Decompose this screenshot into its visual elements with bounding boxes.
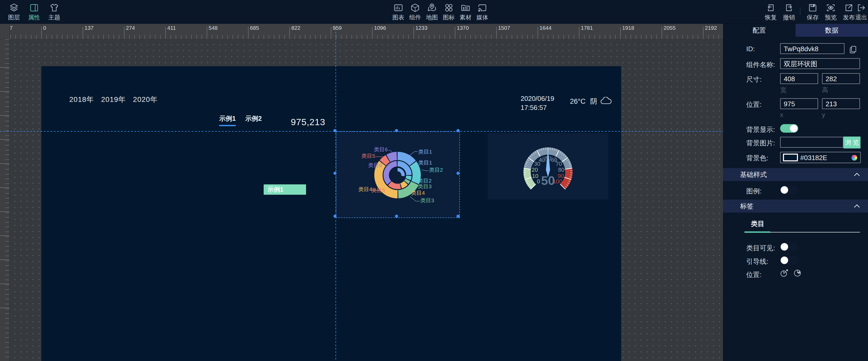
toolbar-material-label: 素材 (456, 13, 475, 22)
toolbar-material-button[interactable]: 素材 (456, 2, 475, 22)
ruler-label: 0 (43, 25, 46, 31)
horizontal-ruler[interactable]: -137013727441154868582295910961233137015… (0, 24, 723, 39)
svg-text:10: 10 (532, 173, 538, 179)
selection-handle[interactable] (457, 215, 460, 218)
theme-icon (45, 2, 64, 13)
guide-line-toggle[interactable] (780, 256, 798, 265)
ruler-major-tick (41, 27, 42, 39)
year-option[interactable]: 2018年 (69, 95, 94, 103)
selection-handle[interactable] (457, 172, 460, 175)
selection-box[interactable] (336, 131, 460, 218)
year-option[interactable]: 2020年 (133, 95, 158, 103)
big-number-widget[interactable]: 975,213 (291, 117, 326, 127)
ruler-major-tick (165, 27, 166, 39)
ruler-label: 837 (0, 279, 1, 288)
toolbar-exit-button[interactable]: 退出 (852, 2, 868, 22)
toolbar-properties-button[interactable]: 属性 (25, 2, 43, 22)
properties-panel: 配置 数据 ID: TwPq8dvk8 组件名称: 双层环状图 尺寸: 408 … (723, 24, 868, 361)
ruler-major-tick (0, 67, 9, 67)
svg-text:80: 80 (558, 167, 564, 173)
label-outside-icon[interactable] (780, 269, 788, 277)
svg-text:50: 50 (541, 174, 555, 187)
color-hex-value: #03182E (800, 154, 827, 162)
selection-handle[interactable] (457, 129, 460, 132)
tab-data[interactable]: 数据 (796, 24, 868, 37)
ruler-major-tick (0, 308, 9, 308)
svg-text:20: 20 (531, 167, 538, 173)
width-field[interactable]: 408 (780, 73, 818, 84)
top-toolbar: 图层 属性 主题 图表 组件 (0, 0, 868, 24)
year-option[interactable]: 2019年 (101, 95, 126, 103)
category-visible-label: 类目可见: (746, 244, 775, 253)
toolbar-save-button[interactable]: 保存 (803, 2, 822, 22)
bg-image-label: 背景图片: (746, 139, 775, 148)
label-inside-icon[interactable] (794, 269, 802, 277)
bg-show-toggle[interactable] (780, 124, 798, 133)
vertical-ruler[interactable]: 093186279372465558651744837930 (0, 39, 9, 361)
ruler-major-tick (124, 27, 124, 39)
demo-tab-2[interactable]: 示例2 (245, 114, 262, 125)
ruler-label: 2055 (663, 25, 676, 31)
ruler-label: 930 (0, 303, 1, 312)
ruler-label: 186 (0, 111, 1, 120)
selection-handle[interactable] (334, 215, 337, 218)
label-position-options (780, 269, 806, 278)
toolbar-component-button[interactable]: 组件 (406, 2, 425, 22)
map-pin-icon (423, 2, 441, 13)
browse-button[interactable]: 浏 览 (843, 137, 861, 148)
gauge-panel[interactable]: 0102030405060708090100类目150 (488, 133, 608, 200)
tab-config[interactable]: 配置 (723, 24, 796, 37)
id-field[interactable]: TwPq8dvk8 (780, 43, 844, 54)
sample-button-widget[interactable]: 示例1 (264, 184, 306, 195)
selection-handle[interactable] (334, 129, 337, 132)
selection-handle[interactable] (395, 215, 398, 218)
year-selector-widget[interactable]: 2018年2019年2020年 (69, 95, 165, 104)
weather-widget[interactable]: 26°C阴 (570, 97, 612, 106)
copy-icon[interactable] (849, 46, 857, 55)
gauge-chart: 0102030405060708090100类目150 (488, 133, 608, 200)
id-label: ID: (746, 45, 755, 53)
toolbar-chart-button[interactable]: 图表 (389, 2, 408, 22)
selection-handle[interactable] (334, 172, 337, 175)
ruler-major-tick (83, 27, 83, 39)
toolbar-layers-button[interactable]: 图层 (5, 2, 23, 22)
toolbar-preview-button[interactable]: 预览 (822, 2, 840, 22)
toolbar-map-button[interactable]: 地图 (423, 2, 441, 22)
ruler-major-tick (0, 260, 9, 260)
datetime-widget[interactable]: 2020/06/19 17:56:57 (521, 94, 554, 112)
category-tab[interactable]: 类目 (751, 219, 764, 228)
toolbar-icons-button[interactable]: 图标 (439, 2, 458, 22)
selection-handle[interactable] (395, 129, 398, 132)
ruler-label: 1370 (457, 25, 469, 31)
section-base-style[interactable]: 基础样式 (723, 168, 868, 181)
ruler-major-tick (0, 187, 9, 188)
toolbar-media-button[interactable]: 媒体 (473, 2, 492, 22)
ruler-label: 822 (291, 25, 300, 31)
bg-color-picker[interactable]: #03182E (780, 152, 861, 163)
label-position-label: 位置: (746, 270, 762, 279)
pos-x-field[interactable]: 975 (780, 98, 818, 109)
legend-toggle[interactable] (780, 186, 798, 194)
toolbar-theme-label: 主题 (45, 13, 64, 22)
toolbar-undo-label: 撤销 (780, 13, 798, 22)
demo-tab-1[interactable]: 示例1 (219, 114, 236, 126)
section-tags[interactable]: 标签 (723, 200, 868, 213)
component-name-field[interactable]: 双层环状图 (780, 58, 860, 69)
bg-image-field[interactable] (780, 137, 843, 148)
color-swatch (783, 154, 798, 161)
pos-y-caption: y (822, 111, 825, 118)
toolbar-restore-label: 恢复 (762, 13, 780, 22)
toolbar-theme-button[interactable]: 主题 (45, 2, 64, 22)
toolbar-undo-button[interactable]: 撤销 (780, 2, 798, 22)
ruler-label: 372 (0, 159, 1, 168)
color-wheel-icon[interactable] (851, 155, 857, 160)
width-caption: 宽 (780, 86, 786, 94)
category-visible-toggle[interactable] (780, 243, 798, 251)
demo-tab-widget: 示例1 示例2 (219, 114, 270, 126)
toolbar-restore-button[interactable]: 恢复 (762, 2, 780, 22)
height-field[interactable]: 282 (822, 73, 860, 84)
date-text: 2020/06/19 (521, 94, 554, 103)
ruler-label: 465 (0, 183, 1, 192)
pos-y-field[interactable]: 213 (822, 98, 860, 109)
ruler-label: 279 (0, 135, 1, 144)
